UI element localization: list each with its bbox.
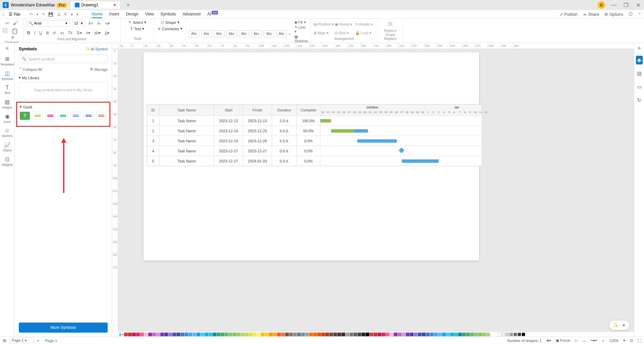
- align-button[interactable]: ≡▾: [104, 20, 111, 27]
- undo-dropdown[interactable]: ▾: [36, 12, 38, 17]
- color-swatch[interactable]: [241, 333, 245, 336]
- color-swatch[interactable]: [354, 333, 357, 336]
- print-button[interactable]: 🖨: [57, 12, 61, 17]
- color-swatch[interactable]: [205, 333, 208, 336]
- italic-button[interactable]: I: [33, 30, 36, 36]
- list-button[interactable]: ≡▾: [85, 30, 91, 36]
- color-swatch[interactable]: [446, 333, 450, 336]
- cut-button[interactable]: ✂: [5, 20, 9, 27]
- color-swatch[interactable]: [261, 333, 265, 336]
- tab-ai[interactable]: AIhot: [207, 11, 217, 18]
- add-tab-button[interactable]: +: [126, 2, 129, 8]
- gantt-chart[interactable]: ID Task Name Start Finish Duration Compl…: [147, 104, 482, 166]
- paste-button[interactable]: 📋▾: [11, 28, 20, 41]
- color-swatch[interactable]: [390, 333, 393, 336]
- file-menu[interactable]: ☰ File: [7, 11, 22, 17]
- color-swatch[interactable]: [229, 333, 232, 336]
- gantt-milestone[interactable]: [399, 148, 405, 153]
- fill-button[interactable]: ◆ Fill ▾: [294, 20, 308, 24]
- style-preset-4[interactable]: Abc: [226, 30, 237, 37]
- publish-button[interactable]: ↗Publish: [559, 12, 577, 17]
- float-sparkle-icon[interactable]: ✨: [613, 323, 619, 328]
- color-swatch[interactable]: [249, 333, 253, 336]
- color-swatch[interactable]: [273, 333, 277, 336]
- color-swatch[interactable]: [518, 333, 521, 336]
- color-swatch[interactable]: [466, 333, 470, 336]
- collapse-left-icon[interactable]: «: [6, 45, 9, 51]
- bold-button[interactable]: B: [26, 30, 31, 36]
- clear-format-button[interactable]: Tx: [67, 30, 73, 36]
- color-swatch[interactable]: [213, 333, 216, 336]
- gantt-thumb-5[interactable]: [84, 112, 94, 120]
- gantt-col-finish[interactable]: Finish: [243, 105, 272, 115]
- layers-status-icon[interactable]: ◈▾: [546, 338, 551, 343]
- color-swatch[interactable]: [285, 333, 289, 336]
- color-swatch[interactable]: [184, 333, 188, 336]
- style-preset-5[interactable]: Abc: [239, 30, 249, 37]
- sub-button[interactable]: x₂: [59, 30, 65, 36]
- zoom-in-button[interactable]: +: [602, 339, 604, 343]
- underline-button[interactable]: U: [38, 30, 43, 36]
- size-select[interactable]: 12▾: [72, 20, 85, 27]
- zoom-out-button[interactable]: —: [582, 339, 586, 343]
- focus-button[interactable]: ▣ Focus: [556, 338, 570, 343]
- export-dropdown[interactable]: ▾: [71, 12, 73, 17]
- connector-tool[interactable]: ↳ Connector ▾: [158, 27, 182, 31]
- color-swatch[interactable]: [309, 333, 313, 336]
- play-button[interactable]: ▷: [575, 338, 578, 343]
- color-swatch[interactable]: [434, 333, 438, 336]
- ai-symbol-button[interactable]: ✨ AI Symbol: [85, 47, 108, 51]
- color-swatch[interactable]: [289, 333, 293, 336]
- color-swatch[interactable]: [501, 333, 505, 336]
- add-page-button[interactable]: +: [37, 339, 39, 343]
- sidebar-item-charts[interactable]: 📈Charts: [0, 140, 14, 154]
- color-swatch[interactable]: [422, 333, 426, 336]
- back-icon[interactable]: ‹: [3, 12, 4, 17]
- gantt-col-task[interactable]: Task Name: [159, 105, 214, 115]
- color-swatch[interactable]: [406, 333, 410, 336]
- select-tool[interactable]: ↖ Select ▾: [128, 20, 147, 24]
- color-swatch[interactable]: [450, 333, 454, 336]
- sidebar-item-widgets[interactable]: ⊡Widgets: [0, 154, 14, 168]
- color-swatch[interactable]: [317, 333, 321, 336]
- library-dropzone[interactable]: Drag symbols here to add to My Library: [19, 82, 108, 98]
- style-preset-2[interactable]: Abc: [201, 30, 212, 37]
- color-swatch[interactable]: [426, 333, 430, 336]
- style-preset-3[interactable]: Abc: [214, 30, 224, 37]
- color-swatch[interactable]: [168, 333, 172, 336]
- format-painter-button[interactable]: 🖌: [13, 20, 18, 27]
- zoom-value[interactable]: 115%: [609, 339, 619, 343]
- gantt-row[interactable]: 1 Task Name 2023-12-12 2023-12-13 2.0 d.…: [147, 115, 482, 126]
- color-swatch[interactable]: [414, 333, 418, 336]
- zoom-slider[interactable]: ━●━: [591, 338, 598, 343]
- fit-page-button[interactable]: ⊡: [630, 338, 633, 343]
- color-swatch[interactable]: [313, 333, 317, 336]
- color-swatch[interactable]: [180, 333, 184, 336]
- color-swatch[interactable]: [325, 333, 329, 336]
- gantt-thumb-1[interactable]: [33, 112, 43, 120]
- size-button[interactable]: ⊡ Size▾: [335, 31, 355, 35]
- color-swatch[interactable]: [402, 333, 406, 336]
- my-library-header[interactable]: ▾ My Library: [19, 76, 108, 80]
- color-swatch[interactable]: [237, 333, 240, 336]
- gantt-thumb-2[interactable]: [45, 112, 55, 120]
- user-avatar[interactable]: D: [598, 1, 605, 9]
- color-swatch[interactable]: [470, 333, 474, 336]
- color-swatch[interactable]: [333, 333, 337, 336]
- color-swatch[interactable]: [193, 333, 196, 336]
- color-swatch[interactable]: [341, 333, 345, 336]
- color-swatch[interactable]: [140, 333, 144, 336]
- color-swatch[interactable]: [337, 333, 341, 336]
- color-swatch[interactable]: [345, 333, 349, 336]
- color-swatch[interactable]: [144, 333, 148, 336]
- gantt-header[interactable]: ▾ Gantt: [20, 105, 107, 109]
- color-swatch[interactable]: [370, 333, 373, 336]
- manage-button[interactable]: ⚙ Manage: [90, 67, 108, 71]
- align-arrange-button[interactable]: ⊞ Align▾: [314, 31, 334, 35]
- gantt-row[interactable]: 4 Task Name 2023-12-27 2023-12-27 0.0 d.…: [147, 146, 482, 156]
- canvas[interactable]: ID Task Name Start Finish Duration Compl…: [118, 49, 634, 337]
- more-quickaccess[interactable]: ▾: [76, 12, 78, 17]
- rs-page-icon[interactable]: ▤: [636, 69, 643, 78]
- color-swatch[interactable]: [217, 333, 220, 336]
- color-swatch[interactable]: [398, 333, 401, 336]
